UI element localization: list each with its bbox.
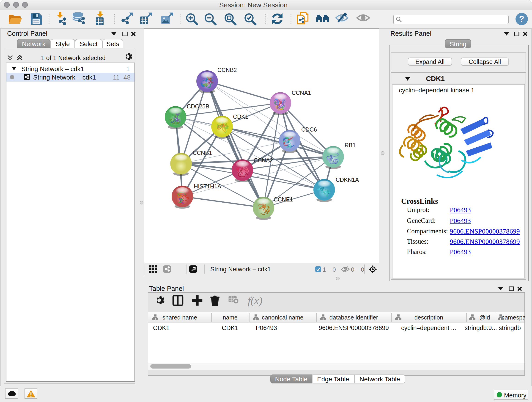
svg-text:CDC25B: CDC25B (187, 103, 209, 109)
svg-text:CDC6: CDC6 (301, 126, 317, 133)
svg-text:CDKN1A: CDKN1A (336, 177, 359, 183)
svg-text:CDK1: CDK1 (233, 114, 248, 120)
svg-text:CCNA2: CCNA2 (254, 157, 273, 163)
svg-text:RB1: RB1 (345, 142, 356, 148)
svg-text:CCNE1: CCNE1 (273, 196, 293, 203)
svg-text:HIST1H1A: HIST1H1A (194, 183, 221, 190)
svg-text:CCNA1: CCNA1 (292, 89, 311, 96)
svg-text:f(x): f(x) (248, 295, 262, 306)
svg-text:CCNB1: CCNB1 (193, 150, 212, 156)
svg-text:CCNB2: CCNB2 (217, 67, 237, 73)
